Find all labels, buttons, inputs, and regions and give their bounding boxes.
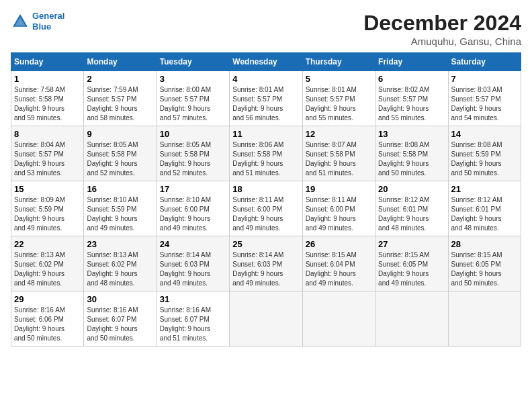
- day-number: 25: [232, 239, 299, 249]
- day-info: Sunrise: 8:05 AM Sunset: 5:58 PM Dayligh…: [160, 140, 226, 178]
- day-number: 5: [306, 74, 372, 84]
- day-info: Sunrise: 8:16 AM Sunset: 6:06 PM Dayligh…: [14, 306, 81, 343]
- dow-header-saturday: Saturday: [448, 53, 521, 71]
- day-info: Sunrise: 8:11 AM Sunset: 6:00 PM Dayligh…: [232, 195, 299, 233]
- day-info: Sunrise: 8:06 AM Sunset: 5:58 PM Dayligh…: [232, 140, 299, 178]
- day-cell: 8Sunrise: 8:04 AM Sunset: 5:57 PM Daylig…: [11, 126, 84, 181]
- day-cell: 5Sunrise: 8:01 AM Sunset: 5:57 PM Daylig…: [302, 71, 375, 126]
- day-info: Sunrise: 8:14 AM Sunset: 6:03 PM Dayligh…: [160, 250, 226, 288]
- day-number: 15: [14, 184, 81, 194]
- day-cell: [375, 291, 448, 347]
- day-cell: 17Sunrise: 8:10 AM Sunset: 6:00 PM Dayli…: [157, 181, 229, 236]
- day-number: 20: [378, 184, 445, 194]
- day-cell: 9Sunrise: 8:05 AM Sunset: 5:58 PM Daylig…: [84, 126, 157, 181]
- day-cell: 6Sunrise: 8:02 AM Sunset: 5:57 PM Daylig…: [375, 71, 448, 126]
- day-cell: [230, 291, 302, 347]
- day-number: 11: [232, 129, 299, 139]
- day-cell: 15Sunrise: 8:09 AM Sunset: 5:59 PM Dayli…: [11, 181, 84, 236]
- day-info: Sunrise: 8:14 AM Sunset: 6:03 PM Dayligh…: [232, 250, 299, 288]
- day-info: Sunrise: 7:58 AM Sunset: 5:58 PM Dayligh…: [14, 85, 81, 123]
- day-cell: 12Sunrise: 8:07 AM Sunset: 5:58 PM Dayli…: [302, 126, 375, 181]
- dow-header-thursday: Thursday: [302, 53, 375, 71]
- day-cell: 7Sunrise: 8:03 AM Sunset: 5:57 PM Daylig…: [448, 71, 521, 126]
- week-row-2: 8Sunrise: 8:04 AM Sunset: 5:57 PM Daylig…: [11, 126, 521, 181]
- day-info: Sunrise: 8:11 AM Sunset: 6:00 PM Dayligh…: [306, 195, 372, 233]
- day-info: Sunrise: 8:05 AM Sunset: 5:58 PM Dayligh…: [87, 140, 153, 178]
- day-cell: 20Sunrise: 8:12 AM Sunset: 6:01 PM Dayli…: [375, 181, 448, 236]
- day-info: Sunrise: 8:15 AM Sunset: 6:05 PM Dayligh…: [378, 250, 445, 288]
- day-info: Sunrise: 8:15 AM Sunset: 6:04 PM Dayligh…: [306, 250, 372, 288]
- day-info: Sunrise: 8:13 AM Sunset: 6:02 PM Dayligh…: [14, 250, 81, 288]
- week-row-3: 15Sunrise: 8:09 AM Sunset: 5:59 PM Dayli…: [11, 181, 521, 236]
- day-number: 2: [87, 74, 153, 84]
- day-number: 22: [14, 239, 81, 249]
- day-number: 18: [232, 184, 299, 194]
- day-number: 17: [160, 184, 226, 194]
- day-info: Sunrise: 8:07 AM Sunset: 5:58 PM Dayligh…: [306, 140, 372, 178]
- day-cell: 1Sunrise: 7:58 AM Sunset: 5:58 PM Daylig…: [11, 71, 84, 126]
- day-info: Sunrise: 8:02 AM Sunset: 5:57 PM Dayligh…: [378, 85, 445, 123]
- logo-line2: Blue: [32, 21, 51, 32]
- week-row-5: 29Sunrise: 8:16 AM Sunset: 6:06 PM Dayli…: [11, 291, 521, 347]
- day-cell: 16Sunrise: 8:10 AM Sunset: 5:59 PM Dayli…: [84, 181, 157, 236]
- dow-header-tuesday: Tuesday: [157, 53, 229, 71]
- day-cell: 27Sunrise: 8:15 AM Sunset: 6:05 PM Dayli…: [375, 236, 448, 291]
- day-number: 6: [378, 74, 445, 84]
- day-number: 13: [378, 129, 445, 139]
- dow-header-monday: Monday: [84, 53, 157, 71]
- day-number: 28: [451, 239, 518, 249]
- day-info: Sunrise: 8:01 AM Sunset: 5:57 PM Dayligh…: [232, 85, 299, 123]
- day-cell: 22Sunrise: 8:13 AM Sunset: 6:02 PM Dayli…: [11, 236, 84, 291]
- day-number: 1: [14, 74, 81, 84]
- day-number: 27: [378, 239, 445, 249]
- calendar-table: SundayMondayTuesdayWednesdayThursdayFrid…: [11, 52, 521, 347]
- day-number: 7: [451, 74, 518, 84]
- day-number: 3: [160, 74, 226, 84]
- day-cell: 14Sunrise: 8:08 AM Sunset: 5:59 PM Dayli…: [448, 126, 521, 181]
- logo-line1: General: [32, 11, 64, 21]
- day-cell: 10Sunrise: 8:05 AM Sunset: 5:58 PM Dayli…: [157, 126, 229, 181]
- logo-icon: [11, 12, 30, 31]
- day-number: 8: [14, 129, 81, 139]
- title-block: December 2024 Amuquhu, Gansu, China: [363, 11, 521, 47]
- dow-header-sunday: Sunday: [11, 53, 84, 71]
- day-number: 30: [87, 294, 153, 304]
- logo-text: General Blue: [32, 11, 64, 32]
- day-number: 9: [87, 129, 153, 139]
- page-header: General Blue December 2024 Amuquhu, Gans…: [11, 11, 521, 47]
- day-info: Sunrise: 8:10 AM Sunset: 6:00 PM Dayligh…: [160, 195, 226, 233]
- logo: General Blue: [11, 11, 64, 32]
- day-number: 16: [87, 184, 153, 194]
- day-info: Sunrise: 8:15 AM Sunset: 6:05 PM Dayligh…: [451, 250, 518, 288]
- day-number: 24: [160, 239, 226, 249]
- dow-header-wednesday: Wednesday: [230, 53, 302, 71]
- day-number: 10: [160, 129, 226, 139]
- day-cell: 2Sunrise: 7:59 AM Sunset: 5:57 PM Daylig…: [84, 71, 157, 126]
- day-cell: 24Sunrise: 8:14 AM Sunset: 6:03 PM Dayli…: [157, 236, 229, 291]
- month-title: December 2024: [363, 11, 521, 36]
- day-cell: 25Sunrise: 8:14 AM Sunset: 6:03 PM Dayli…: [230, 236, 302, 291]
- day-info: Sunrise: 8:16 AM Sunset: 6:07 PM Dayligh…: [87, 306, 153, 343]
- day-cell: 23Sunrise: 8:13 AM Sunset: 6:02 PM Dayli…: [84, 236, 157, 291]
- week-row-1: 1Sunrise: 7:58 AM Sunset: 5:58 PM Daylig…: [11, 71, 521, 126]
- day-info: Sunrise: 7:59 AM Sunset: 5:57 PM Dayligh…: [87, 85, 153, 123]
- day-info: Sunrise: 8:13 AM Sunset: 6:02 PM Dayligh…: [87, 250, 153, 288]
- day-number: 21: [451, 184, 518, 194]
- day-number: 29: [14, 294, 81, 304]
- day-cell: 31Sunrise: 8:16 AM Sunset: 6:07 PM Dayli…: [157, 291, 229, 347]
- days-of-week-row: SundayMondayTuesdayWednesdayThursdayFrid…: [11, 53, 521, 71]
- day-info: Sunrise: 8:10 AM Sunset: 5:59 PM Dayligh…: [87, 195, 153, 233]
- day-number: 12: [306, 129, 372, 139]
- day-info: Sunrise: 8:01 AM Sunset: 5:57 PM Dayligh…: [306, 85, 372, 123]
- day-cell: 30Sunrise: 8:16 AM Sunset: 6:07 PM Dayli…: [84, 291, 157, 347]
- day-info: Sunrise: 8:04 AM Sunset: 5:57 PM Dayligh…: [14, 140, 81, 178]
- day-number: 31: [160, 294, 226, 304]
- dow-header-friday: Friday: [375, 53, 448, 71]
- day-cell: 21Sunrise: 8:12 AM Sunset: 6:01 PM Dayli…: [448, 181, 521, 236]
- location: Amuquhu, Gansu, China: [363, 36, 521, 47]
- day-cell: [302, 291, 375, 347]
- day-cell: 29Sunrise: 8:16 AM Sunset: 6:06 PM Dayli…: [11, 291, 84, 347]
- day-number: 19: [306, 184, 372, 194]
- day-cell: 28Sunrise: 8:15 AM Sunset: 6:05 PM Dayli…: [448, 236, 521, 291]
- day-number: 4: [232, 74, 299, 84]
